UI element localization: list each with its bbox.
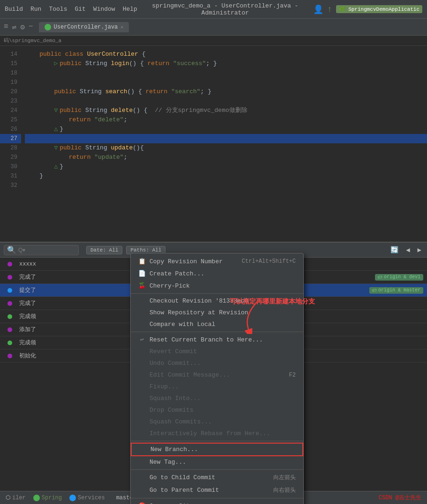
code-line-30: △} (25, 162, 427, 171)
graph-3 (4, 301, 15, 306)
minimize-icon[interactable]: − (29, 22, 33, 32)
settings-icon[interactable]: ⚙ (20, 22, 25, 32)
git-search-box[interactable]: 🔍 (4, 245, 79, 255)
search-icon: 🔍 (7, 245, 16, 255)
user-icon[interactable]: 👤 (313, 4, 323, 15)
graph-dot-5 (7, 327, 12, 332)
code-content[interactable]: public class UserController { ▷public St… (21, 46, 427, 271)
window-actions[interactable]: 👤 ↑ 🌿 SpringmcvDemoApplicatic (313, 4, 422, 15)
ctx-create-patch[interactable]: 📄 Create Patch... (131, 267, 303, 280)
date-filter-btn[interactable]: Date: All (86, 246, 122, 254)
code-line-32 (25, 181, 427, 190)
code-line-26: △} (25, 125, 427, 134)
code-line-25: return "delete"; (25, 115, 427, 125)
ctx-new-tag[interactable]: New Tag... (131, 456, 303, 468)
branch-tag-master: 🏷 origin & master (369, 287, 423, 294)
menu-run[interactable]: Run (30, 6, 41, 13)
ctx-edit-message: Edit Commit Message... F2 (131, 369, 303, 381)
align-icon[interactable]: ≡ (4, 22, 8, 32)
edit-shortcut: F2 (289, 372, 296, 378)
menu-tools[interactable]: Tools (49, 6, 67, 13)
ctx-drop-commits: Drop Commits (131, 404, 303, 416)
gitee-icon: 🔴 (138, 502, 146, 504)
ctx-revert-commit: Revert Commit (131, 346, 303, 357)
graph-7 (4, 354, 15, 358)
ctx-go-child[interactable]: Go to Child Commit 向左箭头 (131, 471, 303, 484)
ctx-checkout[interactable]: Checkout Revision '81333ec0' (131, 295, 303, 307)
java-file-icon (45, 24, 51, 30)
status-item-services[interactable]: Services (69, 495, 105, 501)
refresh-btn[interactable]: 🔄 (389, 245, 400, 255)
menu-git[interactable]: Git (75, 6, 85, 13)
menu-bar[interactable]: Build Run Tools Git Window Help (5, 6, 137, 13)
status-item-spring[interactable]: Spring (33, 495, 62, 501)
ctx-interactive-rebase: Interactively Rebase from Here... (131, 428, 303, 439)
ctx-divider-1 (131, 293, 303, 294)
tag-icon-master: 🏷 (372, 288, 377, 293)
git-search-input[interactable] (18, 247, 75, 253)
graph-dot-2 (7, 288, 12, 293)
copy-shortcut: Ctrl+Alt+Shift+C (242, 258, 296, 265)
copy-icon: 📋 (138, 258, 146, 265)
context-menu: 📋 Copy Revision Number Ctrl+Alt+Shift+C … (130, 253, 304, 504)
patch-icon: 📄 (138, 270, 146, 277)
csdn-credit: CSDN @吉士先生 (379, 494, 421, 502)
spring-logo[interactable]: 🌿 SpringmcvDemoApplicatic (336, 5, 422, 13)
back-btn[interactable]: ◀ (404, 245, 412, 255)
breadcrumb: 码\springmvc_demo_a (0, 36, 427, 46)
ctx-copy-revision[interactable]: 📋 Copy Revision Number Ctrl+Alt+Shift+C (131, 255, 303, 267)
tab-controls[interactable]: ≡ ⇌ ⚙ − (4, 22, 33, 32)
menu-build[interactable]: Build (5, 6, 23, 13)
graph-dot-7 (7, 354, 12, 358)
ctx-divider-5 (131, 498, 303, 498)
code-line-31: } (25, 171, 427, 181)
code-line-29: return "update"; (25, 153, 427, 162)
tab-close-icon[interactable]: ✕ (120, 24, 123, 30)
forward-btn[interactable]: ▶ (416, 245, 423, 255)
tab-usercontroller[interactable]: UserController.java ✕ (39, 22, 129, 32)
ctx-divider-2 (131, 332, 303, 332)
services-label: Services (78, 495, 105, 501)
code-line-20: public String search() { return "search"… (25, 87, 427, 96)
code-editor: 14 15 18 19 20 23 24 25 26 27 28 29 30 3… (0, 46, 427, 271)
tab-bar: ≡ ⇌ ⚙ − UserController.java ✕ (0, 19, 427, 36)
ctx-open-gitee[interactable]: 🔴 Open on Gitee ▶ (131, 500, 303, 504)
code-line-18 (25, 68, 427, 78)
ctx-show-repo[interactable]: Show Repository at Revision (131, 307, 303, 319)
ctx-squash-commits: Squash Commits... (131, 416, 303, 428)
spring-label: Spring (42, 495, 62, 501)
ctx-cherry-pick[interactable]: 🍒 Cherry-Pick (131, 280, 303, 292)
graph-0 (4, 262, 15, 267)
line-numbers: 14 15 18 19 20 23 24 25 26 27 28 29 30 3… (0, 46, 21, 271)
status-item-iler[interactable]: ⬡ iler (6, 494, 26, 501)
graph-dot-4 (7, 314, 12, 319)
title-bar: Build Run Tools Git Window Help springmv… (0, 0, 427, 19)
code-line-19 (25, 78, 427, 87)
ctx-reset-branch[interactable]: ↩ Reset Current Branch to Here... (131, 334, 303, 346)
branch-tag-dev1: 🏷 origin & dev1 (375, 274, 423, 281)
iler-icon: ⬡ (6, 494, 10, 501)
menu-help[interactable]: Help (123, 6, 137, 13)
ctx-divider-3 (131, 441, 303, 441)
graph-dot-1 (7, 275, 12, 280)
ctx-go-parent[interactable]: Go to Parent Commit 向右箭头 (131, 484, 303, 497)
menu-window[interactable]: Window (93, 6, 115, 13)
code-line-15: ▷public String login() { return "success… (25, 59, 427, 68)
graph-dot-0 (7, 262, 12, 267)
spring-status-icon (33, 495, 40, 501)
graph-1 (4, 275, 15, 280)
window-title: springmvc_demo_a - UserController.java -… (137, 2, 313, 16)
graph-dot-3 (7, 301, 12, 306)
branch-tags-2: 🏷 origin & master (367, 287, 423, 294)
services-icon (69, 495, 76, 501)
cherry-icon: 🍒 (138, 282, 146, 289)
ctx-new-branch[interactable]: New Branch... (131, 443, 303, 456)
reset-icon: ↩ (138, 336, 146, 343)
ctx-compare-local[interactable]: Compare with Local (131, 319, 303, 330)
branch-tags-1: 🏷 origin & dev1 (373, 274, 423, 281)
split-icon[interactable]: ⇌ (12, 22, 17, 32)
child-shortcut: 向左箭头 (273, 474, 296, 482)
code-line-24: ▽public String delete() { // 分支springmvc… (25, 106, 427, 115)
tag-icon: 🏷 (378, 274, 382, 280)
update-icon[interactable]: ↑ (327, 5, 332, 14)
